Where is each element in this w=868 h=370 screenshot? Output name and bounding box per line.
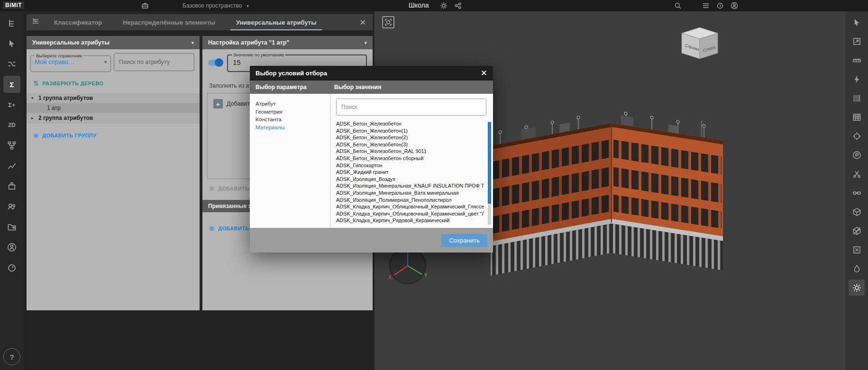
material-item[interactable]: ADSK_Бетон_Железобетон(1) xyxy=(336,127,484,135)
dialog-column-headers: Выбор параметра Выбор значения xyxy=(250,81,493,94)
panel-tab[interactable]: Классификатор xyxy=(44,14,112,30)
grid-icon[interactable] xyxy=(849,109,865,125)
parameter-item[interactable]: Константа xyxy=(256,116,324,124)
classifier-icon[interactable] xyxy=(3,137,20,154)
material-search-input[interactable] xyxy=(336,99,486,116)
left-panel-header: Универсальные атрибуты ▾ xyxy=(27,36,200,49)
reference-value: Мой справо… xyxy=(35,58,74,65)
chevron-down-icon: ▾ xyxy=(104,59,107,64)
material-item[interactable]: ADSK_Изоляция_Минеральная_KNAUF INSULATI… xyxy=(336,182,484,190)
panel-menu-icon[interactable] xyxy=(31,17,40,27)
plus-icon: + xyxy=(213,99,223,108)
parameter-item[interactable]: Атрибут xyxy=(256,100,324,108)
dialog-body: Атрибут Геометрия Константа Материалы xyxy=(250,94,493,228)
select-tool-icon[interactable] xyxy=(849,14,865,30)
dialog-close-icon[interactable]: ✕ xyxy=(481,68,487,78)
share-icon[interactable] xyxy=(454,2,462,9)
model-tree-icon[interactable] xyxy=(3,15,20,32)
default-value-toggle[interactable] xyxy=(208,60,222,66)
isolate-cube-icon[interactable] xyxy=(849,204,865,220)
collapse-caret-icon[interactable]: ▾ xyxy=(364,40,367,46)
material-item[interactable]: ADSK_Бетон_Железобетон(2) xyxy=(336,134,484,141)
walls-icon[interactable] xyxy=(849,90,865,106)
material-scrollbar[interactable] xyxy=(488,121,491,225)
plus-circle-icon: ⊕ xyxy=(33,132,39,139)
selection-conditions-dialog: Выбор условий отбора ✕ Выбор параметра В… xyxy=(250,66,493,253)
link-icon[interactable] xyxy=(849,185,865,201)
material-list: ADSK_Бетон_Железобетон ADSK_Бетон_Железо… xyxy=(336,120,487,224)
workspace-selector[interactable]: Базовое пространство▾ xyxy=(183,2,249,9)
user-pin-icon[interactable] xyxy=(3,239,20,256)
collapse-caret-icon[interactable]: ▾ xyxy=(191,40,194,46)
tree-item[interactable]: ▾ 1 группа атрибутов xyxy=(27,93,200,103)
top-bar: BiMiT Базовое пространство▾ Школа xyxy=(0,0,868,11)
expand-tree-link[interactable]: ⇅ РАЗВЕРНУТЬ ДЕРЕВО xyxy=(33,80,200,87)
users-icon[interactable] xyxy=(3,198,20,215)
param-column-header: Выбор параметра xyxy=(256,84,330,90)
hide-cube-icon[interactable] xyxy=(849,223,865,239)
material-item[interactable]: ADSK_Кладка_Кирпич_Рядовой_Керамический xyxy=(336,217,484,224)
select-cursor-icon[interactable] xyxy=(3,35,20,52)
left-panel-body: Выберите справочник Мой справо… ▾ ⇅ РАЗВ… xyxy=(27,49,200,310)
settings-gear-icon[interactable] xyxy=(440,2,448,9)
parameter-item[interactable]: Геометрия xyxy=(256,108,324,116)
clash-icon[interactable] xyxy=(849,71,865,87)
material-item[interactable]: ADSK_Бетон_Железобетон сборный xyxy=(336,155,484,162)
drawings-2d-icon[interactable]: 2D xyxy=(3,117,20,134)
dashboard-gauge-icon[interactable] xyxy=(3,259,20,276)
plus-circle-icon: ⊕ xyxy=(209,225,215,232)
workspace-label: Базовое пространство xyxy=(183,2,242,9)
profile-icon[interactable] xyxy=(731,2,738,9)
viewport-settings-icon[interactable] xyxy=(849,280,865,296)
material-item[interactable]: ADSK_Гипсокартон xyxy=(336,162,484,169)
measure-icon[interactable] xyxy=(849,52,865,68)
panel-tab[interactable]: Нераспределённые элементы xyxy=(112,14,226,30)
menu-icon[interactable] xyxy=(702,2,710,9)
analytics-chart-icon[interactable] xyxy=(3,157,20,174)
materials-paint-icon[interactable] xyxy=(849,261,865,277)
delete-selection-icon[interactable] xyxy=(849,242,865,258)
material-item[interactable]: ADSK_Жидкий гранит xyxy=(336,169,484,176)
history-icon[interactable] xyxy=(716,2,724,9)
focus-target-icon[interactable] xyxy=(849,128,865,144)
tree-item[interactable]: 1 атр xyxy=(27,103,200,113)
chevron-down-icon: ▾ xyxy=(247,3,249,9)
panel-close-icon[interactable]: ✕ xyxy=(360,18,366,27)
parameter-item[interactable]: Материалы xyxy=(256,124,324,132)
help-icon[interactable]: ? xyxy=(3,348,20,365)
zoom-frame-icon[interactable] xyxy=(849,33,865,49)
save-button[interactable]: Сохранить xyxy=(441,234,487,247)
attributes-sigma-icon[interactable]: Σ xyxy=(3,76,20,93)
dialog-header: Выбор условий отбора ✕ xyxy=(250,66,493,81)
dialog-footer: Сохранить xyxy=(250,228,493,253)
material-item[interactable]: ADSK_Изоляция_Полимерная_Пенополистирол xyxy=(336,197,484,204)
attribute-search-input[interactable] xyxy=(114,53,194,71)
expand-tree-icon: ⇅ xyxy=(33,80,39,87)
properties-icon[interactable] xyxy=(849,147,865,163)
screenshot-icon[interactable] xyxy=(382,16,394,28)
material-item[interactable]: ADSK_Бетон_Железобетон(3) xyxy=(336,141,484,148)
material-item[interactable]: ADSK_Кладка_Кирпич_Облицовочный_Керамиче… xyxy=(336,210,484,217)
scrollbar-thumb[interactable] xyxy=(488,122,491,204)
tree-item[interactable]: ▸ 2 группа атрибутов xyxy=(27,113,200,123)
dependencies-icon[interactable] xyxy=(3,55,20,72)
plugins-puzzle-icon[interactable] xyxy=(3,178,20,195)
reference-dropdown[interactable]: Выберите справочник Мой справо… ▾ xyxy=(30,53,111,72)
material-item[interactable]: ADSK_Кладка_Кирпич_Облицовочный_Керамиче… xyxy=(336,203,484,210)
navigation-cube[interactable]: Справа Слева xyxy=(678,26,722,61)
default-value: 15 xyxy=(232,57,362,66)
section-cut-icon[interactable] xyxy=(849,166,865,182)
material-item[interactable]: ADSK_Изоляция_Воздух xyxy=(336,176,484,183)
briefcase-icon[interactable] xyxy=(141,2,149,9)
material-item[interactable]: ADSK_Изоляция_Минеральная_Вата минеральн… xyxy=(336,190,484,197)
x-axis-label: X xyxy=(388,275,392,280)
add-group-link[interactable]: ⊕ ДОБАВИТЬ ГРУППУ xyxy=(33,132,200,139)
search-icon[interactable] xyxy=(674,2,682,9)
material-item[interactable]: ADSK_Бетон_Железобетон xyxy=(336,120,484,127)
shared-projects-icon[interactable] xyxy=(3,218,20,235)
panel-tab[interactable]: Универсальные атрибуты xyxy=(226,14,327,30)
building-model xyxy=(469,97,744,277)
material-item[interactable]: ADSK_Бетон_Железобетон_RAL 9011 xyxy=(336,148,484,155)
app-logo: BiMiT xyxy=(3,1,24,9)
attributes-plus-icon[interactable]: Σ+ xyxy=(3,96,20,113)
